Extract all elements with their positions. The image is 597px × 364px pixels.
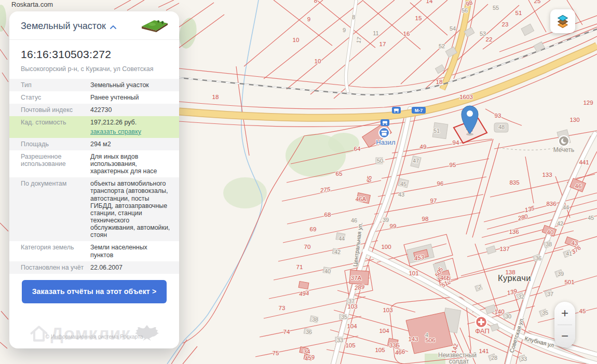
parcel-number: 836 — [546, 201, 556, 207]
parcel-number: 36 — [306, 329, 312, 335]
parcel-number: 18 — [436, 79, 443, 85]
row-label: Тип — [9, 81, 90, 89]
parcel-number: 95 — [450, 162, 456, 168]
row-permitted-use: Разрешенное использование Для иных видов… — [9, 150, 179, 177]
row-value: 22.06.2007 — [90, 264, 179, 271]
parcel-number: 101 — [409, 270, 418, 276]
parcel-number: 36 — [535, 255, 541, 261]
parcel-number: 105 — [375, 347, 385, 353]
parcel-number: 30 — [505, 313, 511, 319]
parcel-number: 51 — [515, 10, 522, 16]
mosque-icon — [559, 136, 569, 146]
parcel-number: 64 — [354, 146, 361, 152]
parcel-number: 9 — [343, 27, 346, 33]
parcel-number: 25 — [534, 0, 541, 4]
row-type: Тип Земельный участок — [9, 79, 179, 91]
parcel-number: 18 — [212, 94, 219, 100]
parcel-number: 104 — [379, 328, 389, 334]
parcel-number: 40 — [324, 268, 331, 274]
parcel-number: 137 — [499, 246, 509, 252]
parcel-number: 10 — [293, 37, 300, 43]
parcel-number: 1603 — [459, 94, 473, 100]
parcel-number: 35 — [542, 310, 548, 316]
place-label: Куркачи — [498, 273, 531, 283]
order-reports-button[interactable]: Заказать отчёты на этот объект > — [22, 280, 167, 303]
layers-icon — [554, 12, 572, 30]
row-area: Площадь 294 м2 — [9, 138, 179, 150]
row-registered-date: Постановлен на учёт 22.06.2007 — [9, 261, 179, 274]
highway-badge: М-7 — [412, 107, 426, 114]
parcel-number: 104 — [347, 323, 357, 329]
parcel-number: 494 — [298, 290, 309, 297]
zoom-out-button[interactable]: − — [554, 325, 575, 348]
parcel-number: 130 — [569, 117, 579, 123]
parcel-number: 835 — [509, 179, 519, 186]
parcel-number: 68 — [324, 212, 331, 218]
parcel-number: 71 — [296, 264, 303, 270]
medical-icon — [476, 316, 487, 328]
parcel-info-panel: Земельный участок 16:16:310503:272 Высок… — [9, 11, 179, 348]
row-value: Для иных видов использования, характерны… — [90, 153, 179, 175]
copyright-text: © Информационная система Роскарта — [9, 333, 179, 340]
parcel-number: 129 — [583, 100, 593, 106]
parcel-number: 41 — [566, 250, 572, 257]
parcel-number: 16 — [403, 31, 410, 37]
parcel-number: 38 — [546, 241, 552, 247]
row-land-category: Категория земель Земли населенных пункто… — [9, 241, 179, 261]
parcel-number: 9 — [307, 16, 310, 22]
row-status: Статус Ранее учтенный — [9, 91, 179, 104]
parcel-number: 65 — [336, 171, 343, 177]
row-cadastral-value: Кад. стоимость 197,212.26 руб. заказать … — [9, 116, 179, 137]
parcel-number: 56 — [462, 7, 468, 13]
parcel-number: 8 — [352, 14, 355, 20]
row-by-documents: По документам объекты автомобильного тра… — [9, 177, 179, 241]
parcel-number: 46 — [351, 217, 357, 223]
parcel-number: 136 — [509, 229, 519, 235]
parcel-number: 98 — [422, 216, 429, 222]
parcel-number: 103 — [383, 307, 392, 313]
row-label: Постановлен на учёт — [9, 264, 90, 271]
parcel-number: 141 — [479, 348, 489, 354]
parcel-number: 33 — [521, 356, 527, 362]
zoom-control: + − — [554, 302, 575, 347]
parcel-number: 33 — [337, 337, 343, 343]
row-label: Статус — [9, 94, 90, 101]
parcel-number: 46Б — [440, 275, 451, 281]
row-value: Ранее учтенный — [90, 94, 179, 101]
parcel-number: 46А — [356, 196, 367, 202]
parcel-number: 34 — [304, 348, 310, 355]
cadastral-cost: 197,212.26 руб. — [90, 119, 137, 126]
row-value: 294 м2 — [90, 141, 179, 148]
parcel-number: 49 — [420, 144, 427, 150]
parcel-number: 44 — [338, 235, 345, 242]
parcel-number: 99 — [390, 223, 397, 229]
cta-container: Заказать отчёты на этот объект > — [9, 274, 179, 303]
parcel-number: 44 — [563, 204, 569, 211]
parcel-number: 32 — [518, 293, 524, 300]
panel-footer: Домклик © Информационная система Роскарт… — [9, 309, 179, 348]
parcel-number: 65 — [365, 175, 373, 183]
parcel-number: 54 — [450, 25, 456, 32]
cadastral-section: 16:16:310503:272 Высокогорский р-н, с Ку… — [9, 40, 179, 79]
row-postcode: Почтовый индекс 422730 — [9, 104, 179, 116]
parcel-number: 17 — [379, 41, 386, 47]
zoom-in-button[interactable]: + — [554, 302, 575, 325]
layers-button[interactable] — [550, 9, 575, 33]
parcel-number: 35 — [341, 314, 347, 320]
parcel-number: 133 — [542, 172, 552, 178]
order-certificate-link[interactable]: заказать справку — [90, 128, 141, 135]
place-label: Назил — [376, 138, 395, 146]
parcel-number: 45 — [588, 215, 594, 221]
parcel-number: 105 — [345, 342, 355, 348]
place-label: солдат — [449, 358, 469, 364]
parcel-number: 52 — [439, 43, 445, 49]
land-parcel-icon — [140, 18, 169, 34]
parcel-number: 2 — [478, 284, 481, 290]
parcel-number: 100 — [381, 244, 391, 250]
parcel-number: 45 — [579, 308, 586, 314]
row-label: По документам — [9, 180, 90, 239]
chevron-up-icon[interactable] — [110, 22, 117, 32]
bus-stop-icon — [381, 119, 389, 126]
shop-icon — [379, 128, 389, 138]
row-value: объекты автомобильного транспорта (автов… — [90, 180, 179, 239]
